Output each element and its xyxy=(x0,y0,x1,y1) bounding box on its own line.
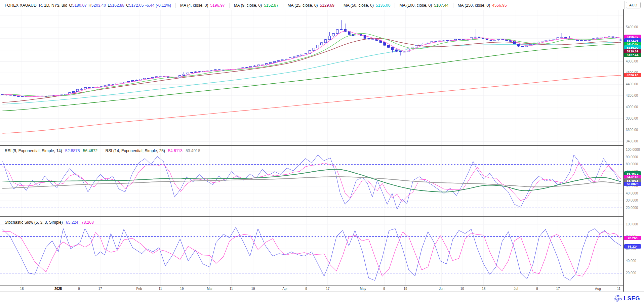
rsi14-value: 54.6113 xyxy=(168,148,183,153)
charting-app: FOREX XAUAUD=R, 1D, NY$, Bid O5180.07 H5… xyxy=(0,0,644,304)
rsi9-signal-value: 56.4672 xyxy=(83,148,97,153)
lseg-thistle-icon xyxy=(613,294,622,303)
stoch-title: Stochastic Slow (5, 3, 3, Simple) xyxy=(5,220,63,225)
rsi9-value: 52.8878 xyxy=(65,148,80,153)
stoch-k-value: 65.224 xyxy=(66,220,78,225)
rsi-pane-header: RSI (9, Exponential, Simple, 14) 52.8878… xyxy=(5,148,202,153)
rsi-title-2: RSI (14, Exponential, Simple, 25) xyxy=(106,148,165,153)
stoch-pane-header: Stochastic Slow (5, 3, 3, Simple) 65.224… xyxy=(5,220,96,225)
lseg-logo-text: LSEG xyxy=(624,295,640,302)
rsi-title-1: RSI (9, Exponential, Simple, 14) xyxy=(5,148,62,153)
lseg-logo: LSEG xyxy=(613,294,640,303)
rsi14-signal-value: 53.4918 xyxy=(186,148,200,153)
stoch-d-value: 78.268 xyxy=(81,220,94,225)
